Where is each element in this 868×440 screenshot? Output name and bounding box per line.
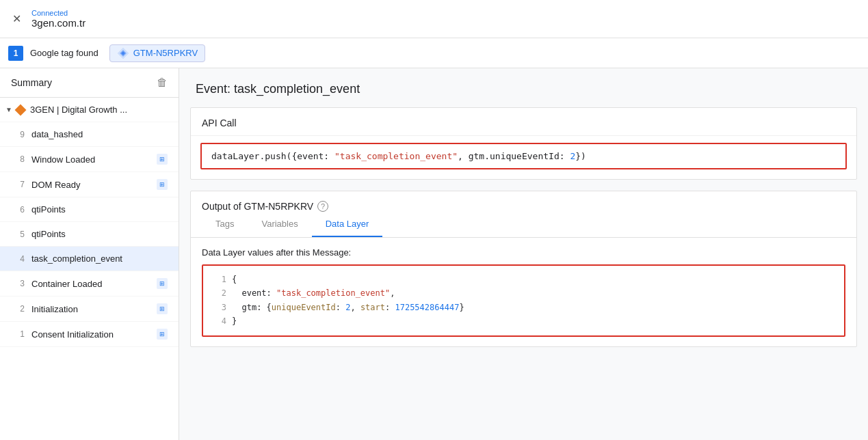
sidebar-items-list: ▼ 3GEN | Digital Growth ... 9 data_hashe…: [0, 98, 179, 440]
api-call-card: API Call dataLayer.push({event: "task_co…: [190, 107, 857, 180]
output-title: Output of GTM-N5RPKRV: [202, 201, 313, 212]
tab-data-layer[interactable]: Data Layer: [312, 212, 383, 237]
item-num: 9: [11, 130, 25, 139]
trash-icon[interactable]: 🗑: [157, 77, 168, 89]
sidebar-item-window-loaded[interactable]: 8 Window Loaded ⊞: [0, 147, 179, 172]
sidebar-item-data-hashed[interactable]: 9 data_hashed: [0, 122, 179, 147]
help-icon[interactable]: ?: [317, 201, 328, 212]
code-line-3: 3 gtm: {uniqueEventId: 2, start: 1725542…: [213, 301, 834, 314]
code-middle: , gtm.uniqueEventId:: [458, 151, 570, 161]
line-num-2: 2: [213, 286, 226, 300]
gtm-icon: ⊞: [157, 154, 168, 165]
item-num: 2: [11, 304, 25, 314]
line-content-2: event: "task_completion_event",: [232, 286, 834, 300]
sidebar-title: Summary: [11, 77, 52, 88]
line-content-4: }: [232, 314, 834, 328]
code-suffix: }): [575, 151, 586, 161]
line-content-3: gtm: {uniqueEventId: 2, start: 172554286…: [232, 301, 834, 314]
sidebar-item-qtipoints-6[interactable]: 6 qtiPoints: [0, 197, 179, 222]
output-section: Output of GTM-N5RPKRV ? Tags Variables D…: [190, 191, 857, 347]
line-num-4: 4: [213, 314, 226, 328]
sidebar-item-label: Initialization: [31, 304, 153, 314]
code-line-1: 1 {: [213, 273, 834, 286]
sidebar-item-label: DOM Ready: [31, 180, 153, 190]
event-title: Event: task_completion_event: [196, 82, 360, 96]
domain-label: 3gen.com.tr: [31, 17, 86, 29]
tag-count-badge: 1: [8, 46, 23, 61]
sidebar-item-label: task_completion_event: [31, 253, 168, 264]
sidebar-item-label: 3GEN | Digital Growth ...: [30, 105, 168, 115]
sidebar-item-initialization[interactable]: 2 Initialization ⊞: [0, 297, 179, 322]
sidebar-item-consent-init[interactable]: 1 Consent Initialization ⊞: [0, 322, 179, 347]
code-line-4: 4 }: [213, 314, 834, 328]
content-area: Event: task_completion_event API Call da…: [179, 68, 868, 440]
item-num: 7: [11, 180, 25, 189]
diamond-icon: [14, 104, 26, 115]
gtm-id-label: GTM-N5RPKRV: [133, 48, 198, 58]
connection-status: Connected: [31, 9, 86, 17]
google-tag-label: Google tag found: [30, 48, 98, 58]
chevron-down-icon: ▼: [5, 106, 12, 113]
api-call-code: dataLayer.push({event: "task_completion_…: [211, 151, 586, 161]
tab-tags[interactable]: Tags: [202, 212, 248, 237]
item-num: 4: [11, 254, 25, 264]
sidebar-item-label: qtiPoints: [31, 204, 168, 215]
sidebar-item-container-loaded[interactable]: 3 Container Loaded ⊞: [0, 271, 179, 297]
line-content-1: {: [232, 273, 834, 286]
close-button[interactable]: ✕: [8, 11, 25, 27]
api-call-title: API Call: [191, 108, 856, 136]
sidebar-item-task-completion[interactable]: 4 task_completion_event: [0, 247, 179, 271]
item-num: 8: [11, 154, 25, 164]
gtm-icon: ⊞: [157, 329, 168, 340]
sidebar-item-dom-ready[interactable]: 7 DOM Ready ⊞: [0, 172, 179, 197]
data-layer-content: Data Layer values after this Message: 1 …: [191, 238, 856, 346]
sidebar-item-label: data_hashed: [31, 129, 168, 139]
item-num: 6: [11, 205, 25, 215]
api-call-box: dataLayer.push({event: "task_completion_…: [200, 143, 847, 169]
gtm-icon: ⊞: [157, 179, 168, 190]
gtm-icon: ⊞: [157, 278, 168, 289]
line-num-3: 3: [213, 301, 226, 314]
gtm-logo-icon: [117, 47, 129, 59]
code-string-val: "task_completion_event": [334, 151, 458, 161]
sidebar-item-label: qtiPoints: [31, 229, 168, 239]
item-num: 5: [11, 230, 25, 239]
close-icon: ✕: [12, 12, 21, 25]
code-line-2: 2 event: "task_completion_event",: [213, 286, 834, 300]
sidebar-item-label: Container Loaded: [31, 279, 153, 289]
tabs-row: Tags Variables Data Layer: [191, 212, 856, 238]
data-layer-box: 1 { 2 event: "task_completion_event", 3 …: [202, 264, 845, 337]
data-layer-label: Data Layer values after this Message:: [202, 247, 845, 258]
sidebar: Summary 🗑 ▼ 3GEN | Digital Growth ... 9 …: [0, 68, 179, 440]
gtm-chip[interactable]: GTM-N5RPKRV: [109, 44, 205, 62]
line-num-1: 1: [213, 273, 226, 286]
gtm-icon: ⊞: [157, 303, 168, 314]
sidebar-item-label: Consent Initialization: [31, 329, 153, 340]
code-prefix: dataLayer.push({event:: [211, 151, 334, 161]
sidebar-item-label: Window Loaded: [31, 154, 153, 165]
sidebar-item-qtipoints-5[interactable]: 5 qtiPoints: [0, 222, 179, 247]
item-num: 1: [11, 329, 25, 339]
item-num: 3: [11, 279, 25, 288]
tab-variables[interactable]: Variables: [248, 212, 311, 237]
sidebar-item-parent[interactable]: ▼ 3GEN | Digital Growth ...: [0, 98, 179, 122]
